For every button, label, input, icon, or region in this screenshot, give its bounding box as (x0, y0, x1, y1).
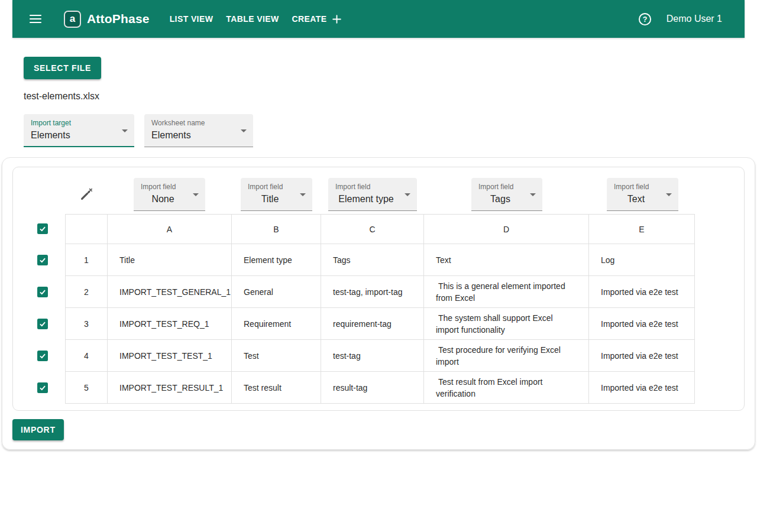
import-field-value-d: Tags (471, 194, 529, 205)
import-field-value-e: Text (607, 194, 665, 205)
nav-create[interactable]: Create (286, 9, 350, 30)
column-header-a: A (108, 215, 232, 244)
row-checkbox-3[interactable] (37, 319, 48, 329)
table-cell: IMPORT_TEST_TEST_1 (108, 340, 232, 372)
table-cell: IMPORT_TEST_RESULT_1 (108, 372, 232, 404)
mapping-panel: Import field None Import field Title Imp… (12, 167, 745, 411)
row-number: 5 (66, 372, 108, 404)
selected-file-name: test-elements.xlsx (24, 91, 757, 102)
nav-table-view[interactable]: Table view (219, 9, 285, 28)
table-cell: General (232, 276, 321, 308)
table-cell: Test procedure for verifying Excel impor… (424, 340, 589, 372)
row-checkbox-4[interactable] (37, 351, 48, 361)
magic-wand-off-icon[interactable] (78, 186, 95, 203)
arrow-dropdown-icon (300, 193, 306, 196)
arrow-dropdown-icon (122, 129, 128, 132)
import-field-label: Import field (614, 183, 649, 191)
import-target-value: Elements (31, 130, 118, 141)
row-number: 1 (66, 244, 108, 276)
import-field-select-e[interactable]: Import field Text (607, 178, 678, 211)
import-field-label: Import field (335, 183, 370, 191)
column-header-d: D (424, 215, 589, 244)
table-cell: Tags (321, 244, 424, 276)
spreadsheet-preview-table: A B C D E 1 Title Element type Tags Text (65, 214, 695, 404)
import-field-select-b[interactable]: Import field Title (241, 178, 312, 211)
table-row: 3 IMPORT_TEST_REQ_1 Requirement requirem… (66, 308, 695, 340)
import-config-row: Import target Elements Worksheet name El… (24, 114, 757, 147)
app-title: AttoPhase (87, 12, 150, 26)
table-cell: Element type (232, 244, 321, 276)
import-field-label: Import field (478, 183, 513, 191)
import-target-select[interactable]: Import target Elements (24, 114, 134, 147)
row-number: 4 (66, 340, 108, 372)
table-cell: Test result (232, 372, 321, 404)
table-cell: test-tag (321, 340, 424, 372)
menu-icon[interactable] (28, 12, 43, 26)
import-target-label: Import target (31, 119, 71, 127)
column-header-b: B (232, 215, 321, 244)
import-button[interactable]: Import (12, 419, 64, 440)
nav-table-view-label: Table view (226, 14, 279, 24)
import-field-value-c: Element type (328, 194, 404, 205)
corner-header-cell (66, 215, 108, 244)
worksheet-name-label: Worksheet name (151, 119, 205, 127)
table-cell: The system shall support Excel import fu… (424, 308, 589, 340)
table-cell: Text (424, 244, 589, 276)
table-cell: requirement-tag (321, 308, 424, 340)
table-cell: Test (232, 340, 321, 372)
arrow-dropdown-icon (530, 193, 536, 196)
nav-create-label: Create (292, 14, 327, 24)
table-row: 2 IMPORT_TEST_GENERAL_1 General test-tag… (66, 276, 695, 308)
import-field-select-a[interactable]: Import field None (134, 178, 205, 211)
column-header-row: A B C D E (66, 215, 695, 244)
table-cell: IMPORT_TEST_GENERAL_1 (108, 276, 232, 308)
app-logo-letter: a (70, 13, 75, 25)
main-nav: List view Table view Create (163, 9, 350, 30)
column-header-c: C (321, 215, 424, 244)
arrow-dropdown-icon (405, 193, 410, 196)
nav-list-view-label: List view (170, 14, 213, 24)
import-preview-card: Import field None Import field Title Imp… (2, 157, 755, 450)
header-row-checkbox[interactable] (37, 223, 48, 234)
nav-list-view[interactable]: List view (163, 9, 220, 28)
row-checkbox-5[interactable] (37, 382, 48, 393)
app-header: a AttoPhase List view Table view Create … (12, 0, 745, 38)
arrow-dropdown-icon (666, 193, 672, 196)
table-row: 4 IMPORT_TEST_TEST_1 Test test-tag Test … (66, 340, 695, 372)
table-row: 5 IMPORT_TEST_RESULT_1 Test result resul… (66, 372, 695, 404)
arrow-dropdown-icon (193, 193, 199, 196)
arrow-dropdown-icon (241, 129, 247, 132)
table-cell: test-tag, import-tag (321, 276, 424, 308)
help-icon[interactable]: ? (638, 12, 652, 26)
import-field-select-d[interactable]: Import field Tags (471, 178, 542, 211)
table-cell: Imported via e2e test (589, 340, 695, 372)
import-page: Select file test-elements.xlsx Import ta… (0, 57, 757, 450)
worksheet-name-value: Elements (151, 130, 237, 141)
table-row: 1 Title Element type Tags Text Log (66, 244, 695, 276)
import-field-value-a: None (134, 194, 192, 205)
import-field-label: Import field (141, 183, 176, 191)
row-checkbox-2[interactable] (37, 287, 48, 297)
table-cell: Log (589, 244, 695, 276)
import-field-label: Import field (248, 183, 283, 191)
row-number: 2 (66, 276, 108, 308)
select-file-button[interactable]: Select file (24, 57, 101, 79)
table-cell: IMPORT_TEST_REQ_1 (108, 308, 232, 340)
user-menu[interactable]: Demo User 1 (667, 14, 722, 24)
table-cell: Title (108, 244, 232, 276)
app-logo[interactable]: a (64, 11, 81, 28)
column-header-e: E (589, 215, 695, 244)
table-cell: result-tag (321, 372, 424, 404)
import-field-select-c[interactable]: Import field Element type (328, 178, 417, 211)
row-number: 3 (66, 308, 108, 340)
table-cell: This is a general element imported from … (424, 276, 589, 308)
svg-text:?: ? (643, 15, 648, 23)
row-checkbox-1[interactable] (37, 255, 48, 265)
table-cell: Imported via e2e test (589, 276, 695, 308)
worksheet-name-select[interactable]: Worksheet name Elements (144, 114, 253, 147)
table-cell: Test result from Excel import verificati… (424, 372, 589, 404)
plus-icon (331, 14, 342, 25)
table-cell: Imported via e2e test (589, 308, 695, 340)
table-cell: Imported via e2e test (589, 372, 695, 404)
table-cell: Requirement (232, 308, 321, 340)
